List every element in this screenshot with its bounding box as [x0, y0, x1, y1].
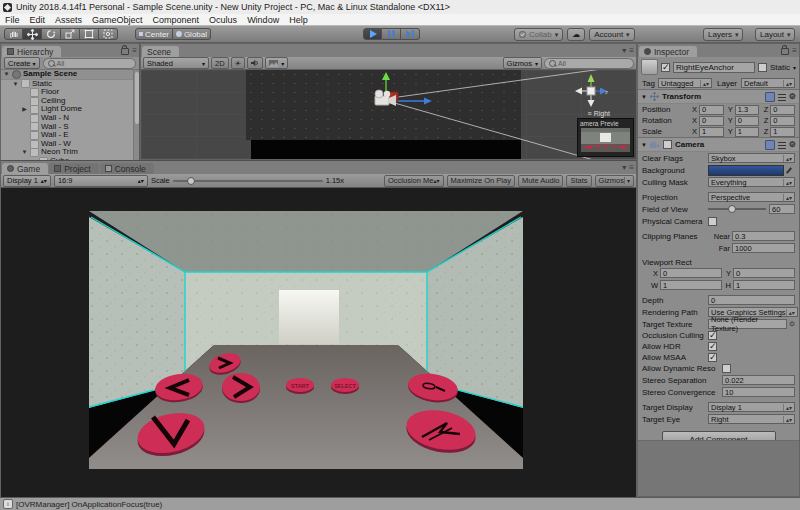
fov-field[interactable]: 60 [769, 204, 795, 214]
menu-component[interactable]: Component [148, 15, 205, 25]
dock-caret-icon[interactable]: ▾ [622, 163, 626, 172]
collab-dropdown[interactable]: Collab▾ [514, 28, 563, 41]
fov-slider[interactable] [708, 208, 766, 210]
gear-icon[interactable]: ⚙ [789, 92, 796, 101]
allow-dynamic-resolution-checkbox[interactable] [722, 364, 731, 373]
layer-dropdown[interactable]: Default▴▾ [741, 78, 795, 88]
tab-project[interactable]: Project [49, 163, 98, 174]
camera-enabled-checkbox[interactable] [663, 140, 672, 149]
menu-file[interactable]: File [0, 15, 25, 25]
culling-mask-dropdown[interactable]: Everything▴▾ [708, 177, 795, 187]
rotation-y-field[interactable]: 0 [735, 116, 760, 126]
docs-icon[interactable] [765, 140, 775, 150]
target-display-dropdown[interactable]: Display 1▴▾ [708, 402, 795, 412]
rotation-x-field[interactable]: 0 [699, 116, 724, 126]
rotation-z-field[interactable]: 0 [770, 116, 795, 126]
camera-header[interactable]: ▼ Camera ⚙ [638, 137, 799, 152]
menu-help[interactable]: Help [284, 15, 313, 25]
static-checkbox[interactable] [758, 63, 767, 72]
position-y-field[interactable]: 1.3 [735, 105, 760, 115]
hierarchy-search-input[interactable]: All [43, 58, 136, 69]
gear-icon[interactable]: ⚙ [789, 140, 796, 149]
status-bar[interactable]: i [OVRManager] OnApplicationFocus(true) [0, 497, 800, 510]
object-picker-icon[interactable]: ⊙ [789, 320, 795, 328]
static-caret-icon[interactable]: ▾ [793, 64, 796, 71]
rect-tool-button[interactable] [80, 28, 99, 40]
gameobject-name-field[interactable]: RightEyeAnchor [673, 62, 755, 73]
menu-window[interactable]: Window [242, 15, 284, 25]
scene-gizmos-dropdown[interactable]: Gizmos▾ [503, 57, 542, 69]
viewport-x-field[interactable]: 0 [660, 268, 722, 278]
hand-tool-button[interactable] [4, 28, 23, 40]
panel-menu-icon[interactable]: ≡ [629, 163, 634, 172]
menu-oculus[interactable]: Oculus [204, 15, 242, 25]
allow-msaa-checkbox[interactable] [708, 353, 717, 362]
game-viewport[interactable]: START SELECT [1, 188, 636, 497]
stats-toggle[interactable]: Stats [566, 175, 591, 187]
gameobject-enabled-checkbox[interactable] [661, 63, 670, 72]
2d-toggle[interactable]: 2D [211, 57, 229, 69]
lock-icon[interactable] [121, 48, 129, 55]
hierarchy-row[interactable]: ▼ Neon Trim [1, 148, 139, 157]
menu-edit[interactable]: Edit [25, 15, 51, 25]
hierarchy-scrollbar[interactable] [133, 70, 139, 160]
stereo-convergence-field[interactable]: 10 [722, 387, 795, 397]
scene-header-row[interactable]: ▼ Sample Scene [1, 70, 139, 80]
panel-menu-icon[interactable]: ≡ [132, 46, 137, 55]
orientation-gizmo[interactable]: y z [574, 74, 608, 108]
physical-camera-checkbox[interactable] [708, 217, 717, 226]
preset-icon[interactable] [778, 141, 786, 149]
stereo-separation-field[interactable]: 0.022 [722, 375, 795, 385]
menu-gameobject[interactable]: GameObject [87, 15, 148, 25]
viewport-y-field[interactable]: 0 [733, 268, 795, 278]
projection-dropdown[interactable]: Perspective▴▾ [708, 192, 795, 202]
create-button[interactable]: Create▾ [4, 57, 40, 69]
far-clip-field[interactable]: 1000 [732, 243, 795, 253]
eyedropper-icon[interactable] [786, 166, 795, 175]
docs-icon[interactable] [765, 92, 775, 102]
near-clip-field[interactable]: 0.3 [732, 231, 795, 241]
allow-hdr-checkbox[interactable] [708, 342, 717, 351]
position-x-field[interactable]: 0 [699, 105, 724, 115]
scale-y-field[interactable]: 1 [735, 127, 760, 137]
viewport-h-field[interactable]: 1 [733, 280, 795, 290]
background-color-swatch[interactable] [708, 165, 784, 176]
rendering-path-dropdown[interactable]: Use Graphics Settings▴▾ [708, 307, 798, 317]
lock-icon[interactable] [781, 48, 789, 55]
pivot-global-button[interactable]: Global [173, 28, 211, 40]
account-dropdown[interactable]: Account▾ [589, 28, 634, 41]
effects-dropdown[interactable]: ▾ [265, 57, 288, 69]
pivot-center-button[interactable]: Center [135, 28, 173, 40]
hierarchy-row[interactable]: ▶ Light Dome [1, 105, 139, 114]
scene-search-input[interactable]: All [544, 58, 634, 69]
draw-mode-dropdown[interactable]: Shaded▾ [143, 57, 209, 69]
expander-icon[interactable]: ▼ [641, 94, 647, 100]
occlusion-mesh-dropdown[interactable]: Occlusion Me▴▾ [384, 175, 443, 187]
expander-icon[interactable]: ▼ [641, 142, 647, 148]
layers-dropdown[interactable]: Layers▾ [703, 28, 743, 41]
occlusion-culling-checkbox[interactable] [708, 331, 717, 340]
scene-viewport[interactable]: y z ≡Right amera Previe [141, 70, 636, 159]
viewport-w-field[interactable]: 1 [660, 280, 722, 290]
preset-icon[interactable] [778, 93, 786, 101]
display-dropdown[interactable]: Display 1▴▾ [3, 175, 51, 187]
maximize-on-play-toggle[interactable]: Maximize On Play [447, 175, 515, 187]
hierarchy-row[interactable]: Wall - S [1, 123, 139, 132]
menu-assets[interactable]: Assets [50, 15, 87, 25]
play-button[interactable] [363, 28, 382, 40]
tab-console[interactable]: Console [100, 163, 154, 174]
panel-menu-icon[interactable]: ≡ [792, 46, 797, 55]
tab-scene[interactable]: Scene [142, 46, 179, 57]
game-gizmos-dropdown[interactable]: Gizmos▾ [595, 175, 634, 187]
cloud-button[interactable]: ☁ [567, 28, 585, 41]
move-tool-button[interactable] [23, 28, 42, 40]
scale-x-field[interactable]: 1 [699, 127, 724, 137]
hierarchy-row[interactable]: Wall - N [1, 114, 139, 123]
pause-button[interactable] [382, 28, 401, 40]
scale-z-field[interactable]: 1 [770, 127, 795, 137]
layout-dropdown[interactable]: Layout▾ [755, 28, 795, 41]
position-z-field[interactable]: 0 [770, 105, 795, 115]
target-eye-dropdown[interactable]: Right▴▾ [708, 414, 795, 424]
lighting-toggle[interactable]: ☀ [231, 57, 246, 69]
tab-inspector[interactable]: Inspector [639, 46, 697, 57]
